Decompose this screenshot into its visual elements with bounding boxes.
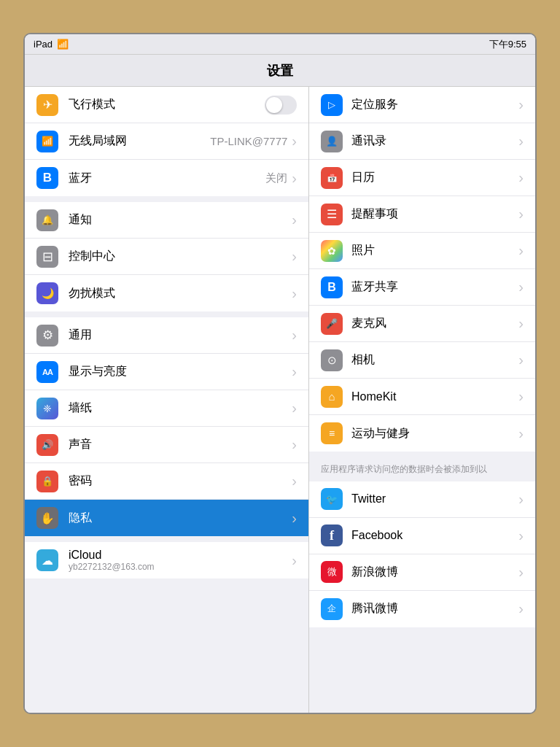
homekit-row[interactable]: ⌂ HomeKit [309,379,535,415]
notification-label: 通知 [69,212,292,228]
wallpaper-label: 墙纸 [69,400,292,416]
icloud-info: iCloud yb2272132@163.com [69,549,292,572]
calendar-chevron [518,169,524,186]
homekit-label: HomeKit [351,390,518,403]
general-row[interactable]: ⚙ 通用 [25,317,308,354]
title-bar: 设置 [25,55,535,87]
bt-share-chevron [518,279,524,295]
contacts-label: 通讯录 [351,133,518,149]
tencent-weibo-label: 腾讯微博 [351,601,518,616]
bt-share-row[interactable]: B 蓝牙共享 [309,269,535,306]
dnd-icon: 🌙 [36,282,58,304]
social-section: 🐦 Twitter f Facebook 微 新浪微博 企 腾讯微博 [309,481,535,627]
airplane-toggle[interactable] [265,96,297,115]
bluetooth-chevron [292,170,297,187]
reminders-label: 提醒事项 [351,206,518,222]
contacts-row[interactable]: 👤 通讯录 [309,123,535,160]
calendar-row[interactable]: 📅 日历 [309,160,535,196]
page-title: 设置 [267,62,293,80]
bluetooth-row[interactable]: B 蓝牙 关闭 [25,160,308,196]
display-row[interactable]: AA 显示与亮度 [25,354,308,390]
left-panel: ✈ 飞行模式 📶 无线局域网 TP-LINK@7777 B 蓝牙 关闭 [25,87,309,713]
icloud-icon: ☁ [36,549,58,571]
photos-chevron [518,242,524,259]
twitter-row[interactable]: 🐦 Twitter [309,481,535,518]
sina-weibo-label: 新浪微博 [351,565,518,580]
homekit-chevron [518,388,524,405]
photos-icon: ✿ [321,240,343,262]
reminders-row[interactable]: ☰ 提醒事项 [309,196,535,233]
tencent-weibo-chevron [518,600,524,617]
facebook-icon: f [321,525,343,546]
camera-chevron [518,352,524,368]
status-bar: iPad 📶 下午9:55 [25,34,535,55]
health-row[interactable]: ≡ 运动与健身 [309,415,535,452]
bluetooth-label: 蓝牙 [69,171,265,186]
dnd-label: 勿扰模式 [69,286,292,301]
control-chevron [292,248,297,265]
right-panel: ▷ 定位服务 👤 通讯录 📅 日历 ☰ 提醒事项 [309,87,535,713]
photos-label: 照片 [351,243,518,258]
bluetooth-icon: B [36,167,58,189]
general-label: 通用 [69,328,292,343]
wallpaper-row[interactable]: ❈ 墙纸 [25,390,308,427]
icloud-chevron [292,552,297,569]
notification-row[interactable]: 🔔 通知 [25,202,308,239]
icloud-label: iCloud [69,549,292,562]
calendar-icon: 📅 [321,167,343,189]
control-center-row[interactable]: ⊟ 控制中心 [25,239,308,275]
personalize-section: ⚙ 通用 AA 显示与亮度 ❈ 墙纸 🔊 声音 [25,317,308,536]
display-icon: AA [36,361,58,383]
homekit-icon: ⌂ [321,386,343,408]
control-center-label: 控制中心 [69,249,292,264]
camera-row[interactable]: ⊙ 相机 [309,342,535,379]
facebook-label: Facebook [351,529,518,542]
sound-icon: 🔊 [36,434,58,456]
sound-row[interactable]: 🔊 声音 [25,427,308,463]
bt-share-icon: B [321,276,343,298]
tencent-weibo-row[interactable]: 企 腾讯微博 [309,591,535,627]
bt-share-label: 蓝牙共享 [351,279,518,295]
control-center-icon: ⊟ [36,246,58,268]
location-label: 定位服务 [351,97,518,112]
wifi-icon: 📶 [57,39,69,50]
wifi-value: TP-LINK@7777 [210,135,287,147]
wifi-row[interactable]: 📶 无线局域网 TP-LINK@7777 [25,123,308,160]
contacts-chevron [518,133,524,150]
twitter-label: Twitter [351,492,518,506]
passcode-icon: 🔒 [36,471,58,492]
reminders-chevron [518,206,524,222]
passcode-chevron [292,473,297,489]
passcode-row[interactable]: 🔒 密码 [25,463,308,500]
location-icon: ▷ [321,94,343,116]
contacts-icon: 👤 [321,131,343,152]
airplane-label: 飞行模式 [69,97,265,112]
photos-row[interactable]: ✿ 照片 [309,233,535,269]
camera-icon: ⊙ [321,349,343,371]
time-display: 下午9:55 [489,38,526,51]
sound-label: 声音 [69,437,292,452]
wifi-chevron [292,133,297,150]
notice-text: 应用程序请求访问您的数据时会被添加到以 [309,457,535,481]
reminders-icon: ☰ [321,204,343,225]
health-label: 运动与健身 [351,426,518,441]
location-row[interactable]: ▷ 定位服务 [309,87,535,123]
twitter-icon: 🐦 [321,488,343,510]
airplane-icon: ✈ [36,94,58,116]
wifi-icon-box: 📶 [36,131,58,152]
network-section: ✈ 飞行模式 📶 无线局域网 TP-LINK@7777 B 蓝牙 关闭 [25,87,308,196]
privacy-row[interactable]: ✋ 隐私 [25,500,308,536]
microphone-row[interactable]: 🎤 麦克风 [309,306,535,342]
airplane-row[interactable]: ✈ 飞行模式 [25,87,308,123]
ipad-screen: iPad 📶 下午9:55 设置 ✈ 飞行模式 📶 无线局域网 TP-LINK@… [25,34,535,713]
dnd-chevron [292,285,297,302]
facebook-row[interactable]: f Facebook [309,518,535,554]
device-label: iPad [34,39,52,50]
wifi-label: 无线局域网 [69,133,210,149]
camera-label: 相机 [351,352,518,368]
icloud-row[interactable]: ☁ iCloud yb2272132@163.com [25,542,308,578]
dnd-row[interactable]: 🌙 勿扰模式 [25,275,308,311]
facebook-chevron [518,527,524,544]
sina-weibo-row[interactable]: 微 新浪微博 [309,554,535,591]
tencent-weibo-icon: 企 [321,598,343,620]
